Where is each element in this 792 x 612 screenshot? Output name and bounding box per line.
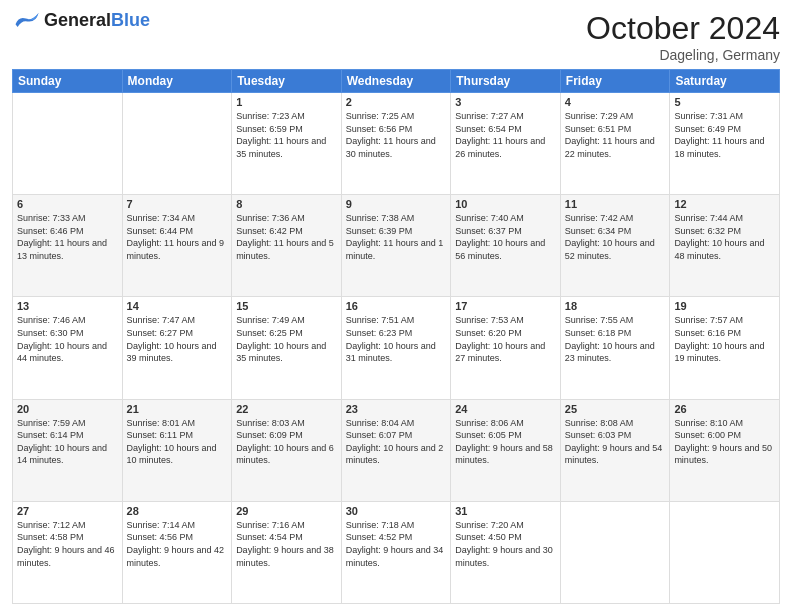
- sunset-text: Sunset: 6:44 PM: [127, 225, 228, 238]
- day-number: 12: [674, 198, 775, 210]
- daylight-text: Daylight: 9 hours and 42 minutes.: [127, 544, 228, 569]
- sunrise-text: Sunrise: 7:49 AM: [236, 314, 337, 327]
- sunrise-text: Sunrise: 7:38 AM: [346, 212, 447, 225]
- week-row-1: 1 Sunrise: 7:23 AM Sunset: 6:59 PM Dayli…: [13, 93, 780, 195]
- day-info: Sunrise: 7:29 AM Sunset: 6:51 PM Dayligh…: [565, 110, 666, 160]
- day-number: 8: [236, 198, 337, 210]
- calendar-cell: 4 Sunrise: 7:29 AM Sunset: 6:51 PM Dayli…: [560, 93, 670, 195]
- day-number: 10: [455, 198, 556, 210]
- sunrise-text: Sunrise: 7:25 AM: [346, 110, 447, 123]
- logo-blue: Blue: [111, 10, 150, 30]
- day-info: Sunrise: 7:12 AM Sunset: 4:58 PM Dayligh…: [17, 519, 118, 569]
- daylight-text: Daylight: 11 hours and 35 minutes.: [236, 135, 337, 160]
- daylight-text: Daylight: 11 hours and 13 minutes.: [17, 237, 118, 262]
- sunrise-text: Sunrise: 8:08 AM: [565, 417, 666, 430]
- header-wednesday: Wednesday: [341, 70, 451, 93]
- header: GeneralBlue October 2024 Dageling, Germa…: [12, 10, 780, 63]
- day-number: 11: [565, 198, 666, 210]
- title-section: October 2024 Dageling, Germany: [586, 10, 780, 63]
- daylight-text: Daylight: 10 hours and 23 minutes.: [565, 340, 666, 365]
- page-container: GeneralBlue October 2024 Dageling, Germa…: [0, 0, 792, 612]
- weekday-header-row: Sunday Monday Tuesday Wednesday Thursday…: [13, 70, 780, 93]
- daylight-text: Daylight: 10 hours and 27 minutes.: [455, 340, 556, 365]
- day-number: 21: [127, 403, 228, 415]
- header-thursday: Thursday: [451, 70, 561, 93]
- daylight-text: Daylight: 10 hours and 19 minutes.: [674, 340, 775, 365]
- day-info: Sunrise: 7:31 AM Sunset: 6:49 PM Dayligh…: [674, 110, 775, 160]
- calendar-cell: 10 Sunrise: 7:40 AM Sunset: 6:37 PM Dayl…: [451, 195, 561, 297]
- day-info: Sunrise: 7:33 AM Sunset: 6:46 PM Dayligh…: [17, 212, 118, 262]
- sunset-text: Sunset: 4:54 PM: [236, 531, 337, 544]
- daylight-text: Daylight: 10 hours and 44 minutes.: [17, 340, 118, 365]
- day-info: Sunrise: 7:25 AM Sunset: 6:56 PM Dayligh…: [346, 110, 447, 160]
- calendar-body: 1 Sunrise: 7:23 AM Sunset: 6:59 PM Dayli…: [13, 93, 780, 604]
- daylight-text: Daylight: 9 hours and 58 minutes.: [455, 442, 556, 467]
- day-number: 29: [236, 505, 337, 517]
- calendar-cell: 15 Sunrise: 7:49 AM Sunset: 6:25 PM Dayl…: [232, 297, 342, 399]
- sunrise-text: Sunrise: 7:46 AM: [17, 314, 118, 327]
- calendar-cell: 18 Sunrise: 7:55 AM Sunset: 6:18 PM Dayl…: [560, 297, 670, 399]
- sunrise-text: Sunrise: 7:18 AM: [346, 519, 447, 532]
- daylight-text: Daylight: 9 hours and 38 minutes.: [236, 544, 337, 569]
- day-number: 22: [236, 403, 337, 415]
- day-number: 5: [674, 96, 775, 108]
- week-row-5: 27 Sunrise: 7:12 AM Sunset: 4:58 PM Dayl…: [13, 501, 780, 603]
- header-monday: Monday: [122, 70, 232, 93]
- daylight-text: Daylight: 11 hours and 26 minutes.: [455, 135, 556, 160]
- daylight-text: Daylight: 11 hours and 1 minute.: [346, 237, 447, 262]
- daylight-text: Daylight: 9 hours and 50 minutes.: [674, 442, 775, 467]
- day-number: 3: [455, 96, 556, 108]
- day-number: 28: [127, 505, 228, 517]
- day-info: Sunrise: 7:23 AM Sunset: 6:59 PM Dayligh…: [236, 110, 337, 160]
- sunset-text: Sunset: 4:50 PM: [455, 531, 556, 544]
- calendar-cell: 23 Sunrise: 8:04 AM Sunset: 6:07 PM Dayl…: [341, 399, 451, 501]
- sunrise-text: Sunrise: 7:59 AM: [17, 417, 118, 430]
- calendar-cell: 21 Sunrise: 8:01 AM Sunset: 6:11 PM Dayl…: [122, 399, 232, 501]
- day-info: Sunrise: 7:42 AM Sunset: 6:34 PM Dayligh…: [565, 212, 666, 262]
- sunset-text: Sunset: 6:18 PM: [565, 327, 666, 340]
- day-info: Sunrise: 7:53 AM Sunset: 6:20 PM Dayligh…: [455, 314, 556, 364]
- calendar-cell: 22 Sunrise: 8:03 AM Sunset: 6:09 PM Dayl…: [232, 399, 342, 501]
- sunset-text: Sunset: 6:09 PM: [236, 429, 337, 442]
- day-info: Sunrise: 8:10 AM Sunset: 6:00 PM Dayligh…: [674, 417, 775, 467]
- daylight-text: Daylight: 11 hours and 22 minutes.: [565, 135, 666, 160]
- sunset-text: Sunset: 6:05 PM: [455, 429, 556, 442]
- calendar-cell: 28 Sunrise: 7:14 AM Sunset: 4:56 PM Dayl…: [122, 501, 232, 603]
- calendar-cell: 13 Sunrise: 7:46 AM Sunset: 6:30 PM Dayl…: [13, 297, 123, 399]
- sunrise-text: Sunrise: 7:12 AM: [17, 519, 118, 532]
- sunrise-text: Sunrise: 7:53 AM: [455, 314, 556, 327]
- day-info: Sunrise: 8:03 AM Sunset: 6:09 PM Dayligh…: [236, 417, 337, 467]
- calendar-cell: 3 Sunrise: 7:27 AM Sunset: 6:54 PM Dayli…: [451, 93, 561, 195]
- sunset-text: Sunset: 6:51 PM: [565, 123, 666, 136]
- calendar-cell: 1 Sunrise: 7:23 AM Sunset: 6:59 PM Dayli…: [232, 93, 342, 195]
- day-number: 26: [674, 403, 775, 415]
- calendar-cell: 27 Sunrise: 7:12 AM Sunset: 4:58 PM Dayl…: [13, 501, 123, 603]
- day-number: 1: [236, 96, 337, 108]
- day-number: 14: [127, 300, 228, 312]
- calendar-cell: 19 Sunrise: 7:57 AM Sunset: 6:16 PM Dayl…: [670, 297, 780, 399]
- calendar-table: Sunday Monday Tuesday Wednesday Thursday…: [12, 69, 780, 604]
- daylight-text: Daylight: 9 hours and 46 minutes.: [17, 544, 118, 569]
- calendar-cell: 8 Sunrise: 7:36 AM Sunset: 6:42 PM Dayli…: [232, 195, 342, 297]
- daylight-text: Daylight: 10 hours and 2 minutes.: [346, 442, 447, 467]
- day-number: 16: [346, 300, 447, 312]
- day-number: 19: [674, 300, 775, 312]
- day-info: Sunrise: 8:01 AM Sunset: 6:11 PM Dayligh…: [127, 417, 228, 467]
- sunset-text: Sunset: 6:07 PM: [346, 429, 447, 442]
- header-saturday: Saturday: [670, 70, 780, 93]
- logo-icon: [12, 10, 40, 30]
- calendar-cell: 12 Sunrise: 7:44 AM Sunset: 6:32 PM Dayl…: [670, 195, 780, 297]
- sunrise-text: Sunrise: 7:51 AM: [346, 314, 447, 327]
- day-info: Sunrise: 7:47 AM Sunset: 6:27 PM Dayligh…: [127, 314, 228, 364]
- header-tuesday: Tuesday: [232, 70, 342, 93]
- sunset-text: Sunset: 6:54 PM: [455, 123, 556, 136]
- calendar-cell: 16 Sunrise: 7:51 AM Sunset: 6:23 PM Dayl…: [341, 297, 451, 399]
- sunset-text: Sunset: 6:03 PM: [565, 429, 666, 442]
- day-number: 20: [17, 403, 118, 415]
- sunrise-text: Sunrise: 8:03 AM: [236, 417, 337, 430]
- sunset-text: Sunset: 6:42 PM: [236, 225, 337, 238]
- sunrise-text: Sunrise: 7:34 AM: [127, 212, 228, 225]
- calendar-cell: 14 Sunrise: 7:47 AM Sunset: 6:27 PM Dayl…: [122, 297, 232, 399]
- sunset-text: Sunset: 4:58 PM: [17, 531, 118, 544]
- sunset-text: Sunset: 6:30 PM: [17, 327, 118, 340]
